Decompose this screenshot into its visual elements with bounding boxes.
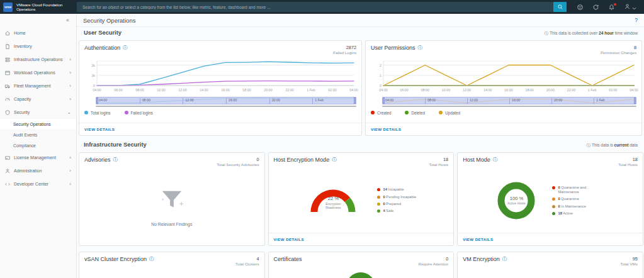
help-icon[interactable]: ? <box>635 17 638 23</box>
card-stat: 8 Permission Changes <box>601 45 636 55</box>
brand-title: VMware Cloud Foundation Operations <box>16 3 77 12</box>
host-encryption-view-details-link[interactable]: VIEW DETAILS <box>269 233 454 245</box>
legend-failed-logins[interactable]: Failed logins <box>125 111 153 115</box>
user-permissions-view-details-link[interactable]: VIEW DETAILS <box>366 123 641 135</box>
sidebar-item-label: License Management <box>14 155 56 160</box>
sidebar-item-license-management[interactable]: License Management› <box>0 151 76 164</box>
stat-value: 18 <box>429 157 449 162</box>
legend-total-logins[interactable]: Total logins <box>84 111 111 115</box>
brush-handle-left[interactable] <box>96 97 98 104</box>
bottom-cards: vSAN Cluster Encryption ⓘ 4 Total Cluste… <box>77 252 644 278</box>
certificates-ring <box>346 272 375 278</box>
info-icon[interactable]: ⓘ <box>123 45 128 51</box>
sidebar-item-workload-operations[interactable]: Workload Operations› <box>0 66 76 79</box>
info-icon[interactable]: ⓘ <box>493 157 498 163</box>
stat-value: 95 <box>621 256 638 262</box>
sidebar-item-capacity[interactable]: Capacity› <box>0 92 76 106</box>
authentication-time-brush[interactable]: 04:0008:0012:0016:0020:001 Feb <box>96 97 356 104</box>
sidebar-item-label: Security <box>14 110 30 114</box>
sidebar-item-infrastructure-operations[interactable]: Infrastructure Operations› <box>0 53 76 66</box>
stat-value: 4 <box>235 256 259 262</box>
info-icon[interactable]: ⓘ <box>149 256 154 262</box>
sidebar: « HomeInventoryInfrastructure Operations… <box>0 14 77 278</box>
info-icon: ⓘ <box>586 143 590 147</box>
chevron-right-icon: › <box>69 155 71 160</box>
sidebar-item-fleet-management[interactable]: Fleet Management› <box>0 79 76 92</box>
host-mode-legend: 0 Quarantine and Maintenance0 Quarantine… <box>552 184 603 217</box>
feedback-icon[interactable] <box>577 4 584 11</box>
legend-pending-incapable: 0 Pending Incapable <box>377 195 416 199</box>
refresh-icon[interactable] <box>592 4 599 11</box>
developer-icon <box>4 181 11 187</box>
card-stat: 0 Require Attention <box>419 256 448 267</box>
user-icon <box>624 1 631 13</box>
card-header: vSAN Cluster Encryption ⓘ 4 Total Cluste… <box>79 252 264 268</box>
sidebar-item-administration[interactable]: Administration› <box>0 164 76 177</box>
info-icon[interactable]: ⓘ <box>502 256 507 262</box>
chevron-right-icon: › <box>69 181 71 187</box>
donut-value: 100 % <box>510 196 524 201</box>
card-title: User Permissions <box>371 45 415 51</box>
brush-handle-left[interactable] <box>383 97 385 104</box>
sidebar-item-developer-center[interactable]: Developer Center› <box>0 177 76 191</box>
notifications-bell-icon[interactable] <box>608 4 615 11</box>
empty-state-text: No Relevant Findings <box>151 222 192 226</box>
card-header: Authentication ⓘ 2872 Failed Logins <box>79 41 361 57</box>
legend-updated[interactable]: Updated <box>439 111 460 115</box>
stat-label: Total Hosts <box>618 162 638 167</box>
card-title: VM Encryption <box>463 256 500 262</box>
active-hosts-donut: 100 % Active Hosts <box>497 181 536 220</box>
legend-deleted[interactable]: Deleted <box>405 111 425 115</box>
brush-handle-right[interactable] <box>354 97 356 104</box>
card-header: Host Mode ⓘ 18 Total Hosts <box>458 153 643 169</box>
authentication-card: Authentication ⓘ 2872 Failed Logins 01k2… <box>79 40 362 136</box>
card-title: Host Mode <box>463 157 490 163</box>
infrastructure-security-cards: Advisories ⓘ 0 Total Security Advisories… <box>77 152 644 246</box>
info-icon[interactable]: ⓘ <box>418 45 423 51</box>
card-header: Certificates 0 Require Attention <box>269 252 454 268</box>
brush-track <box>96 106 356 107</box>
svg-text:0: 0 <box>93 84 95 87</box>
sidebar-item-security-operations[interactable]: Security Operations <box>0 119 76 130</box>
sidebar-item-compliance[interactable]: Compliance <box>0 140 76 151</box>
card-header: VM Encryption ⓘ 95 Total VMs <box>458 252 643 268</box>
sidebar-item-home[interactable]: Home <box>0 26 76 40</box>
search-button[interactable] <box>553 2 567 12</box>
capacity-icon <box>4 96 11 103</box>
stat-label: Total Hosts <box>429 162 449 167</box>
info-icon[interactable]: ⓘ <box>332 157 337 163</box>
sidebar-item-security[interactable]: Security⌄ <box>0 106 76 119</box>
host-mode-card: Host Mode ⓘ 18 Total Hosts 100 % Active … <box>457 152 643 246</box>
svg-text:2k: 2k <box>91 63 95 67</box>
sidebar-collapse-button[interactable]: « <box>0 14 76 26</box>
search-input[interactable] <box>77 2 553 12</box>
stat-label: Failed Logins <box>333 50 356 55</box>
host-encryption-body: 22 % Encryption Readiness 14 Incapable0 … <box>269 169 454 233</box>
sidebar-item-label: Developer Center <box>14 182 48 186</box>
chevron-right-icon: › <box>69 70 71 75</box>
host-mode-view-details-link[interactable]: VIEW DETAILS <box>458 233 643 245</box>
gauge-value: 22 % <box>315 196 351 201</box>
user-permissions-card: User Permissions ⓘ 8 Permission Changes … <box>365 40 642 136</box>
brush-handle-right[interactable] <box>634 97 636 104</box>
administration-icon <box>4 168 11 174</box>
card-stat: 4 Total Clusters <box>235 256 259 267</box>
global-search <box>77 2 567 12</box>
sidebar-item-inventory[interactable]: Inventory <box>0 40 76 53</box>
chevron-right-icon: › <box>69 96 71 102</box>
vm-encryption-card: VM Encryption ⓘ 95 Total VMs <box>457 252 643 278</box>
sidebar-item-audit-events[interactable]: Audit Events <box>0 130 76 140</box>
user-menu[interactable] <box>624 1 636 13</box>
stat-value: 2872 <box>333 45 356 50</box>
stat-label: Total Clusters <box>235 262 259 267</box>
user_permissions-time-brush[interactable]: 04:0008:0012:0016:0020:001 Feb <box>382 97 636 104</box>
user-security-cards: Authentication ⓘ 2872 Failed Logins 01k2… <box>77 40 644 136</box>
legend-created[interactable]: Created <box>371 111 391 115</box>
legend-safe: 4 Safe <box>377 209 416 213</box>
brand-line1: VMware Cloud Foundation <box>16 3 77 7</box>
authentication-view-details-link[interactable]: VIEW DETAILS <box>79 123 361 135</box>
svg-text:2: 2 <box>380 63 381 67</box>
info-icon[interactable]: ⓘ <box>113 157 118 163</box>
vmware-logo-icon[interactable]: vmw <box>3 3 13 12</box>
chevron-down-icon <box>632 1 636 13</box>
